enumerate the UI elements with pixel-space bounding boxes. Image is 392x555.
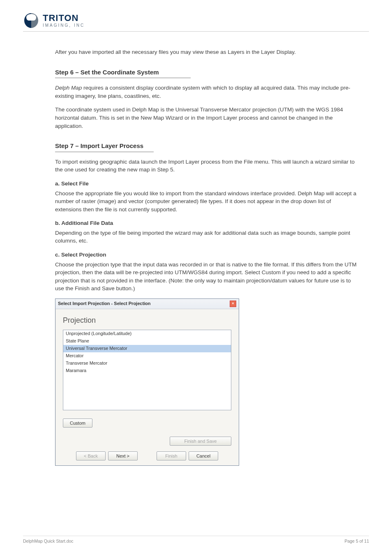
list-item[interactable]: Unprojected (Longitude/Latitude) bbox=[63, 330, 231, 338]
page-header: TRITON IMAGING, INC bbox=[23, 12, 369, 32]
item-a-title: a. Select File bbox=[55, 180, 357, 188]
finish-button[interactable]: Finish bbox=[157, 451, 186, 460]
list-item[interactable]: Transverse Mercator bbox=[63, 360, 231, 367]
item-b-title: b. Additional File Data bbox=[55, 219, 357, 227]
finish-save-button[interactable]: Finish and Save bbox=[170, 437, 231, 446]
cancel-button[interactable]: Cancel bbox=[189, 451, 218, 460]
footer-filename: DelphMap Quick Start.doc bbox=[23, 539, 74, 543]
step6-p2: The coordinate system used in Delph Map … bbox=[55, 106, 357, 130]
step6-heading: Step 6 – Set the Coordinate System bbox=[55, 68, 357, 77]
footer-page: Page 5 of 11 bbox=[344, 539, 369, 543]
next-button[interactable]: Next > bbox=[108, 451, 138, 460]
projection-dialog: Select Import Projection - Select Projec… bbox=[55, 298, 239, 466]
brand-logo: TRITON IMAGING, INC bbox=[23, 12, 85, 29]
intro-text: After you have imported all the necessar… bbox=[55, 48, 357, 56]
step6-p1: Delph Map requires a consistent display … bbox=[55, 84, 357, 100]
brand-tagline: IMAGING, INC bbox=[43, 23, 85, 28]
item-b-body: Depending on the type of file being impo… bbox=[55, 229, 357, 245]
item-c-body: Choose the projection type that the inpu… bbox=[55, 261, 357, 293]
step7-p1: To import existing geographic data launc… bbox=[55, 158, 357, 174]
page-footer: DelphMap Quick Start.doc Page 5 of 11 bbox=[23, 536, 369, 543]
divider bbox=[55, 78, 191, 78]
close-icon[interactable]: × bbox=[230, 301, 236, 307]
list-item[interactable]: Maramara bbox=[63, 367, 231, 375]
list-item[interactable]: State Plane bbox=[63, 338, 231, 345]
item-a-body: Choose the appropriate file you would li… bbox=[55, 190, 357, 214]
triton-logo-icon bbox=[23, 12, 39, 29]
custom-button[interactable]: Custom bbox=[63, 419, 92, 428]
list-item[interactable]: Mercator bbox=[63, 352, 231, 360]
back-button[interactable]: < Back bbox=[76, 451, 106, 460]
dialog-title: Select Import Projection - Select Projec… bbox=[58, 301, 151, 307]
brand-name: TRITON bbox=[43, 14, 85, 23]
projection-label: Projection bbox=[63, 315, 231, 326]
list-item[interactable]: Universal Transverse Mercator bbox=[63, 345, 231, 352]
projection-listbox[interactable]: Unprojected (Longitude/Latitude) State P… bbox=[63, 330, 231, 410]
item-c-title: c. Select Projection bbox=[55, 251, 357, 259]
divider bbox=[55, 152, 154, 152]
step7-heading: Step 7 – Import Layer Process bbox=[55, 141, 357, 150]
